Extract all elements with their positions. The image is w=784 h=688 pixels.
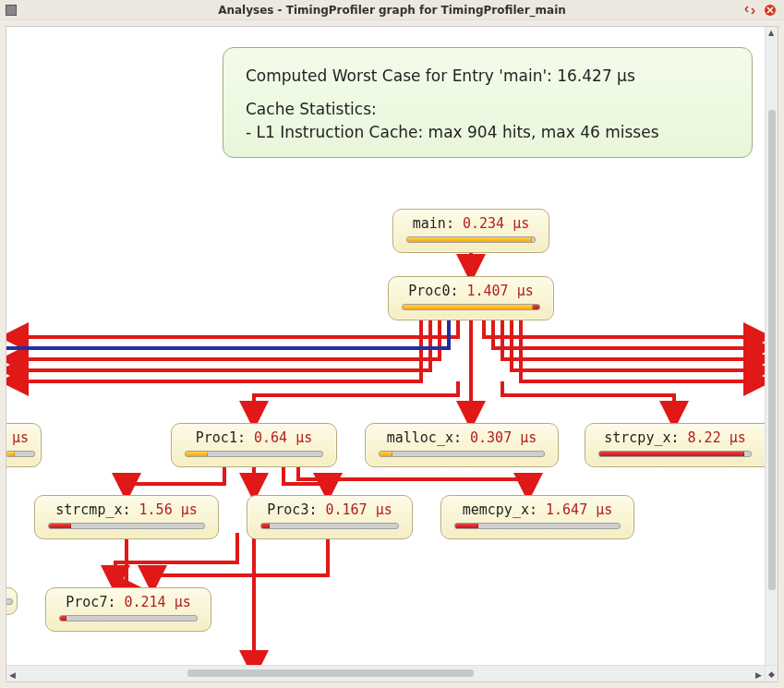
node-time: 1.56 µs: [139, 501, 198, 518]
node-time: 0.167 µs: [325, 501, 392, 518]
call-graph[interactable]: Computed Worst Case for Entry 'main': 16…: [6, 27, 765, 665]
app-window: Analyses - TimingProfiler graph for Timi…: [0, 0, 784, 688]
vertical-scrollbar[interactable]: ▲: [765, 27, 778, 665]
node-bar: [454, 523, 621, 529]
vertical-scroll-thumb[interactable]: [768, 110, 776, 590]
node-cut-left[interactable]: µs: [6, 423, 42, 467]
node-proc3[interactable]: Proc3: 0.167 µs: [247, 495, 413, 539]
node-time: µs: [12, 429, 29, 446]
node-time: 0.64 µs: [254, 429, 312, 446]
node-proc7[interactable]: Proc7: 0.214 µs: [45, 587, 211, 632]
stats-cache-heading: Cache Statistics:: [246, 98, 730, 122]
node-name: Proc1: [196, 429, 237, 446]
maximize-icon[interactable]: [743, 4, 756, 17]
node-strcmpx[interactable]: strcmp_x: 1.56 µs: [34, 495, 219, 539]
horizontal-scroll-thumb[interactable]: [187, 670, 474, 677]
node-cut-bottom-left[interactable]: [6, 587, 18, 615]
node-name: strcpy_x: [604, 429, 670, 446]
scroll-left-icon[interactable]: ◀: [9, 670, 16, 680]
node-proc0[interactable]: Proc0: 1.407 µs: [388, 276, 554, 320]
scroll-right-icon[interactable]: ▶: [755, 670, 762, 680]
node-name: Proc3: [267, 501, 308, 518]
horizontal-scrollbar[interactable]: ◀ ▶: [6, 665, 765, 682]
node-name: memcpy_x: [463, 501, 529, 518]
titlebar[interactable]: Analyses - TimingProfiler graph for Timi…: [0, 0, 784, 20]
stats-cache-l1: - L1 Instruction Cache: max 904 hits, ma…: [246, 121, 730, 145]
node-time: 0.214 µs: [124, 594, 190, 610]
node-bar: [379, 451, 545, 457]
graph-canvas: Computed Worst Case for Entry 'main': 16…: [6, 26, 778, 682]
window-buttons: [743, 4, 777, 17]
node-time: 1.647 µs: [546, 501, 612, 518]
node-time: 8.22 µs: [688, 429, 746, 446]
node-bar: [185, 451, 323, 457]
node-bar: [48, 523, 205, 529]
node-name: Proc7: [66, 594, 107, 610]
node-time: 0.307 µs: [470, 429, 537, 446]
scroll-up-icon[interactable]: ▲: [766, 29, 776, 38]
node-bar: [260, 523, 399, 529]
node-time: 0.234 µs: [463, 215, 529, 232]
node-bar: [59, 615, 198, 622]
resize-grip-icon[interactable]: ◆: [765, 665, 778, 682]
node-name: main: [413, 215, 446, 232]
node-mallocx[interactable]: malloc_x: 0.307 µs: [365, 423, 559, 467]
node-name: strcmp_x: [55, 501, 122, 518]
node-bar: [402, 304, 540, 310]
node-bar: [406, 236, 536, 243]
node-time: 1.407 µs: [466, 283, 533, 299]
node-main[interactable]: main: 0.234 µs: [392, 209, 549, 253]
node-proc1[interactable]: Proc1: 0.64 µs: [171, 423, 337, 467]
node-bar: [6, 598, 13, 605]
stats-panel: Computed Worst Case for Entry 'main': 16…: [223, 47, 753, 158]
node-name: Proc0: [408, 283, 450, 299]
client-area: Computed Worst Case for Entry 'main': 16…: [0, 20, 784, 688]
node-strcpyx[interactable]: strcpy_x: 8.22 µs: [585, 423, 765, 467]
node-bar: [6, 451, 35, 457]
node-memcpyx[interactable]: memcpy_x: 1.647 µs: [440, 495, 634, 539]
window-title: Analyses - TimingProfiler graph for Timi…: [0, 4, 784, 17]
node-bar: [598, 451, 752, 457]
node-name: malloc_x: [387, 429, 453, 446]
stats-worst-case: Computed Worst Case for Entry 'main': 16…: [246, 65, 730, 89]
close-icon[interactable]: [764, 4, 777, 17]
